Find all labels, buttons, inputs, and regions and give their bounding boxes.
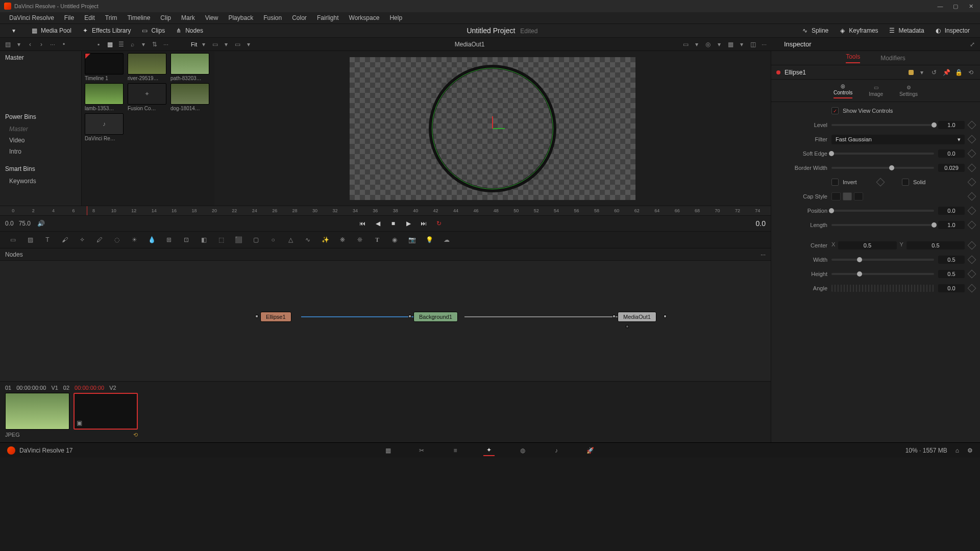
clip-dog[interactable]: dog-18014… <box>169 83 210 111</box>
menu-playback[interactable]: Playback <box>223 14 258 21</box>
go-end-button[interactable]: ⏭ <box>419 218 429 229</box>
master-bin[interactable]: Master <box>0 51 81 64</box>
range-end[interactable]: 75.0 <box>19 220 31 227</box>
cap-flat[interactable] <box>831 192 841 201</box>
menu-timeline[interactable]: Timeline <box>122 14 155 21</box>
list-view-icon[interactable]: ☰ <box>116 40 126 49</box>
paint-tool-icon[interactable]: 🖌 <box>59 234 70 245</box>
playhead[interactable] <box>87 206 87 215</box>
fastnoise-tool-icon[interactable]: ▨ <box>24 234 36 245</box>
power-bin-video[interactable]: Video <box>0 135 81 146</box>
options-icon[interactable]: ··· <box>760 40 769 49</box>
reset-icon[interactable]: ⟲ <box>967 68 975 77</box>
node-mediaout1[interactable]: MediaOut1 <box>618 312 656 322</box>
angle-keyframe[interactable] <box>968 284 976 293</box>
port-view[interactable] <box>626 325 629 328</box>
port-in[interactable] <box>612 315 616 318</box>
position-value[interactable]: 0.0 <box>938 207 965 215</box>
length-value[interactable]: 1.0 <box>938 221 965 229</box>
tray-clip-2[interactable]: ▣ <box>74 393 138 430</box>
nav-back-icon[interactable]: ‹ <box>26 40 35 49</box>
length-slider[interactable] <box>831 224 934 226</box>
width-slider[interactable] <box>831 259 934 261</box>
clip-timeline1[interactable]: Timeline 1 <box>84 53 125 81</box>
menu-trim[interactable]: Trim <box>100 14 122 21</box>
menu-fairlight[interactable]: Fairlight <box>312 14 344 21</box>
brightness-tool-icon[interactable]: ☀ <box>129 234 140 245</box>
keyframes-toggle[interactable]: ◈Keyframes <box>834 25 883 36</box>
width-value[interactable]: 0.5 <box>938 256 965 264</box>
subtab-settings[interactable]: ⚙Settings <box>899 85 918 97</box>
position-slider[interactable] <box>831 210 934 212</box>
solid-keyframe[interactable] <box>968 178 976 187</box>
edit-page-icon[interactable]: ≡ <box>450 445 461 456</box>
resize-tool-icon[interactable]: ⬚ <box>215 234 227 245</box>
nav-fwd-icon[interactable]: › <box>37 40 46 49</box>
nodes-toggle[interactable]: ⋔Nodes <box>170 25 208 36</box>
loop-button[interactable]: ↻ <box>434 218 444 229</box>
swatch-icon[interactable] <box>909 70 914 75</box>
menu-davinci[interactable]: DaVinci Resolve <box>4 14 59 21</box>
inspector-toggle[interactable]: ◐Inspector <box>929 25 975 36</box>
length-keyframe[interactable] <box>968 221 976 230</box>
merge-tool-icon[interactable]: ⊞ <box>163 234 175 245</box>
power-bin-master[interactable]: Master <box>0 123 81 135</box>
light-tool-icon[interactable]: 💡 <box>424 234 435 245</box>
height-value[interactable]: 0.5 <box>938 270 965 278</box>
roi-icon[interactable]: ◎ <box>703 40 713 49</box>
camera3d-tool-icon[interactable]: 📷 <box>406 234 418 245</box>
menu-fusion[interactable]: Fusion <box>258 14 287 21</box>
cap-round[interactable] <box>854 192 863 201</box>
time-ruler[interactable]: 0246810121416182022242628303234363840424… <box>0 206 771 216</box>
versions-icon[interactable]: ↺ <box>930 68 938 77</box>
level-slider[interactable] <box>831 124 934 126</box>
media-pool-toggle[interactable]: ▦Media Pool <box>26 25 77 36</box>
menu-color[interactable]: Color <box>287 14 312 21</box>
node-ellipse1[interactable]: Ellipse1 <box>260 312 291 322</box>
fairlight-page-icon[interactable]: ♪ <box>551 445 562 456</box>
border-width-slider[interactable] <box>831 167 934 169</box>
chevron-down-icon[interactable]: ▾ <box>692 40 701 49</box>
power-bins-header[interactable]: Power Bins <box>0 110 81 123</box>
subtab-controls[interactable]: ◎Controls <box>834 83 852 98</box>
play-button[interactable]: ▶ <box>403 218 413 229</box>
deliver-page-icon[interactable]: 🚀 <box>584 445 596 456</box>
thumb-grid-icon[interactable]: ▦ <box>105 40 114 49</box>
subtab-image[interactable]: ▭Image <box>869 85 883 97</box>
soft-edge-value[interactable]: 0.0 <box>938 149 965 158</box>
chevron-down-icon[interactable]: ▾ <box>222 40 231 49</box>
chevron-down-icon[interactable]: ▾ <box>139 40 148 49</box>
close-button[interactable]: ✕ <box>966 3 976 10</box>
angle-thumbwheel[interactable] <box>831 285 934 292</box>
view-a-icon[interactable]: ▭ <box>210 40 219 49</box>
invert-keyframe[interactable] <box>876 178 885 187</box>
power-bin-intro[interactable]: Intro <box>0 146 81 157</box>
ellipse-mask-icon[interactable]: ○ <box>267 234 279 245</box>
view-b-icon[interactable]: ▭ <box>233 40 242 49</box>
chevron-down-icon[interactable]: ▾ <box>737 40 746 49</box>
clips-toggle[interactable]: ▭Clips <box>136 25 170 36</box>
clip-fusioncomp[interactable]: ✦Fusion Co… <box>127 83 167 111</box>
pemitter-tool-icon[interactable]: ❊ <box>354 234 365 245</box>
matte-tool-icon[interactable]: ◧ <box>198 234 209 245</box>
particles-tool-icon[interactable]: ✨ <box>320 234 331 245</box>
stop-button[interactable]: ■ <box>388 218 398 229</box>
pin-icon[interactable]: 📌 <box>942 68 950 77</box>
settings-icon[interactable]: ⚙ <box>967 447 973 454</box>
filter-dropdown[interactable]: Fast Gaussian▾ <box>831 135 965 144</box>
more-icon[interactable]: ··· <box>48 40 57 49</box>
center-keyframe[interactable] <box>968 241 976 250</box>
tracker-tool-icon[interactable]: ✧ <box>77 234 88 245</box>
crop-tool-icon[interactable]: ⬛ <box>233 234 244 245</box>
background-tool-icon[interactable]: ▭ <box>7 234 18 245</box>
node-color-dot[interactable] <box>776 70 780 74</box>
clip-audio-dr[interactable]: ♪DaVinci Re… <box>84 113 125 141</box>
maximize-button[interactable]: ▢ <box>950 3 961 10</box>
sort-icon[interactable]: ⇅ <box>150 40 159 49</box>
media-page-icon[interactable]: ▦ <box>382 445 394 456</box>
current-frame[interactable]: 0.0 <box>756 219 766 228</box>
dot-icon[interactable]: • <box>59 40 68 49</box>
bins-view-icon[interactable]: ▤ <box>3 40 12 49</box>
range-start[interactable]: 0.0 <box>5 220 14 227</box>
inspector-node-name[interactable]: Ellipse1 <box>785 69 806 76</box>
